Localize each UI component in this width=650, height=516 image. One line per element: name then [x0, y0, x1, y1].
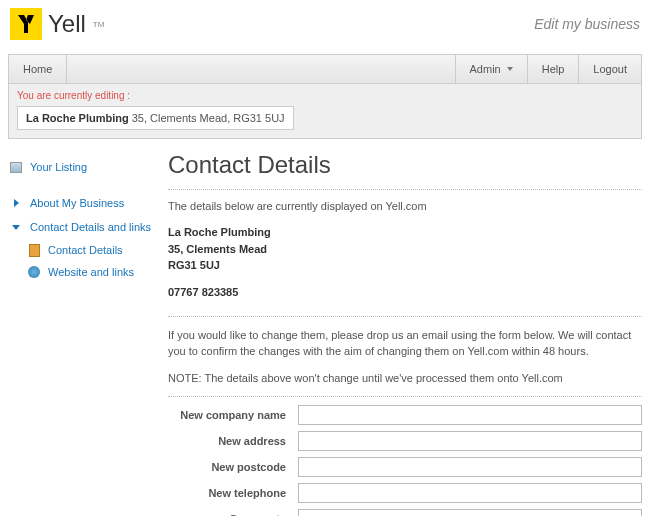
sidebar-item-label: Contact Details: [48, 244, 123, 256]
image-icon: [10, 161, 22, 173]
nav-logout[interactable]: Logout: [578, 55, 641, 83]
input-address[interactable]: [298, 431, 642, 451]
sidebar-about-business[interactable]: About My Business: [8, 191, 158, 215]
trademark: TM: [93, 20, 105, 29]
sidebar: Your Listing About My Business Contact D…: [8, 151, 158, 516]
editing-business-name: La Roche Plumbing: [26, 112, 129, 124]
document-icon: [28, 244, 40, 256]
form-row-company: New company name: [168, 405, 642, 425]
nav-logout-label: Logout: [593, 63, 627, 75]
main: Your Listing About My Business Contact D…: [0, 139, 650, 516]
nav-help[interactable]: Help: [527, 55, 579, 83]
nav-help-label: Help: [542, 63, 565, 75]
business-addr1: 35, Clements Mead: [168, 241, 642, 258]
logo[interactable]: Yell TM: [10, 8, 104, 40]
sidebar-item-label: Website and links: [48, 266, 134, 278]
form-row-comments: Comments: [168, 509, 642, 516]
business-postcode: RG31 5UJ: [168, 257, 642, 274]
sidebar-contact-section[interactable]: Contact Details and links: [8, 215, 158, 239]
editing-label: You are currently editing :: [17, 90, 633, 101]
nav-home-label: Home: [23, 63, 52, 75]
label-address: New address: [168, 435, 298, 447]
input-postcode[interactable]: [298, 457, 642, 477]
label-postcode: New postcode: [168, 461, 298, 473]
sidebar-contact-details[interactable]: Contact Details: [26, 239, 158, 261]
chevron-down-icon: [10, 221, 22, 233]
divider: [168, 316, 642, 317]
sidebar-website-links[interactable]: Website and links: [26, 261, 158, 283]
business-details: La Roche Plumbing 35, Clements Mead RG31…: [168, 224, 642, 274]
divider: [168, 189, 642, 190]
globe-icon: [28, 266, 40, 278]
form-row-postcode: New postcode: [168, 457, 642, 477]
nav-admin[interactable]: Admin: [455, 55, 527, 83]
chevron-right-icon: [10, 197, 22, 209]
input-comments[interactable]: [298, 509, 642, 516]
content: Contact Details The details below are cu…: [168, 151, 642, 516]
editing-selection[interactable]: La Roche Plumbing 35, Clements Mead, RG3…: [17, 106, 294, 130]
tagline: Edit my business: [534, 16, 640, 32]
form-row-telephone: New telephone: [168, 483, 642, 503]
editing-business-address: 35, Clements Mead, RG31 5UJ: [132, 112, 285, 124]
business-name: La Roche Plumbing: [168, 224, 642, 241]
brand-name: Yell: [48, 10, 86, 38]
business-phone: 07767 823385: [168, 286, 642, 298]
label-telephone: New telephone: [168, 487, 298, 499]
sidebar-item-label: Contact Details and links: [30, 221, 151, 233]
label-company: New company name: [168, 409, 298, 421]
yell-logo-icon: [10, 8, 42, 40]
page-title: Contact Details: [168, 151, 642, 179]
header: Yell TM Edit my business: [0, 0, 650, 44]
nav-admin-label: Admin: [470, 63, 501, 75]
intro-text: The details below are currently displaye…: [168, 200, 642, 212]
nav-home[interactable]: Home: [9, 55, 67, 83]
change-note: If you would like to change them, please…: [168, 327, 642, 360]
input-telephone[interactable]: [298, 483, 642, 503]
sidebar-item-label: About My Business: [30, 197, 124, 209]
input-company[interactable]: [298, 405, 642, 425]
sidebar-item-label: Your Listing: [30, 161, 87, 173]
processing-note: NOTE: The details above won't change unt…: [168, 370, 642, 387]
divider: [168, 396, 642, 397]
navbar: Home Admin Help Logout: [8, 54, 642, 84]
sidebar-your-listing[interactable]: Your Listing: [8, 155, 158, 179]
chevron-down-icon: [507, 67, 513, 71]
form-row-address: New address: [168, 431, 642, 451]
editing-bar: You are currently editing : La Roche Plu…: [8, 84, 642, 139]
